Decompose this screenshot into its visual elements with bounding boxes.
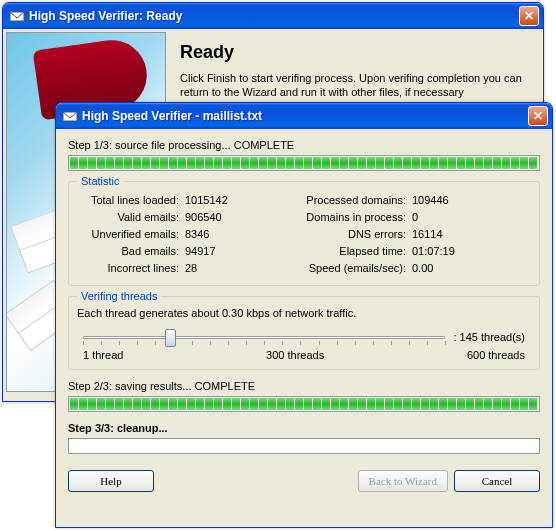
stat-value: 94917 <box>185 243 304 260</box>
step3-progress <box>68 438 540 454</box>
stat-label: Unverified emails: <box>77 226 185 243</box>
stat-value: 906540 <box>185 209 304 226</box>
stat-value: 16114 <box>412 226 531 243</box>
page-heading: Ready <box>180 42 526 63</box>
stat-value: 28 <box>185 260 304 277</box>
threads-value: : 145 thread(s) <box>453 331 525 343</box>
stat-label: Speed (emails/sec): <box>304 260 412 277</box>
stat-row: Total lines loaded:1015142 <box>77 192 304 209</box>
threads-group: Verifing threads Each thread generates a… <box>68 296 540 370</box>
close-button[interactable]: ✕ <box>528 106 548 126</box>
step2-progress <box>68 396 540 412</box>
stat-row: Elapsed time:01:07:19 <box>304 243 531 260</box>
close-icon: ✕ <box>524 9 534 23</box>
stat-row: Speed (emails/sec):0.00 <box>304 260 531 277</box>
step1-label: Step 1/3: source file processing... COMP… <box>68 139 540 151</box>
stat-row: Bad emails:94917 <box>77 243 304 260</box>
close-icon: ✕ <box>533 109 543 123</box>
threads-slider[interactable] <box>83 327 445 347</box>
back-to-wizard-button: Back to Wizard <box>358 470 448 492</box>
statistic-group: Statistic Total lines loaded:1015142Vali… <box>68 181 540 286</box>
close-button[interactable]: ✕ <box>519 6 539 26</box>
help-button[interactable]: Help <box>68 470 154 492</box>
window-title: High Speed Verifier: Ready <box>29 9 519 23</box>
progress-window: High Speed Verifier - maillist.txt ✕ Ste… <box>55 102 553 528</box>
threads-legend: Verifing threads <box>77 290 161 302</box>
stat-row: Valid emails:906540 <box>77 209 304 226</box>
step1-progress <box>68 155 540 171</box>
stat-value: 0.00 <box>412 260 531 277</box>
page-description: Click Finish to start verifing process. … <box>180 71 526 100</box>
stat-label: Valid emails: <box>77 209 185 226</box>
slider-min: 1 thread <box>83 349 123 361</box>
stat-label: Incorrect lines: <box>77 260 185 277</box>
stat-value: 0 <box>412 209 531 226</box>
stat-value: 1015142 <box>185 192 304 209</box>
stat-value: 109446 <box>412 192 531 209</box>
stat-label: Elapsed time: <box>304 243 412 260</box>
threads-info: Each thread generates about 0.30 kbps of… <box>77 307 531 319</box>
stat-label: Domains in process: <box>304 209 412 226</box>
cancel-button[interactable]: Cancel <box>454 470 540 492</box>
stat-value: 01:07:19 <box>412 243 531 260</box>
stat-row: DNS errors:16114 <box>304 226 531 243</box>
app-icon <box>9 8 25 24</box>
stat-label: Processed domains: <box>304 192 412 209</box>
app-icon <box>62 108 78 124</box>
stat-row: Unverified emails:8346 <box>77 226 304 243</box>
stat-label: Total lines loaded: <box>77 192 185 209</box>
step2-label: Step 2/3: saving results... COMPLETE <box>68 380 540 392</box>
stat-row: Processed domains:109446 <box>304 192 531 209</box>
slider-mid: 300 threads <box>266 349 324 361</box>
statistic-legend: Statistic <box>77 175 124 187</box>
slider-max: 600 threads <box>467 349 525 361</box>
stat-label: Bad emails: <box>77 243 185 260</box>
stat-row: Domains in process:0 <box>304 209 531 226</box>
stat-row: Incorrect lines:28 <box>77 260 304 277</box>
step3-label: Step 3/3: cleanup... <box>68 422 540 434</box>
window-title: High Speed Verifier - maillist.txt <box>82 109 528 123</box>
stat-label: DNS errors: <box>304 226 412 243</box>
stat-value: 8346 <box>185 226 304 243</box>
titlebar[interactable]: High Speed Verifier: Ready ✕ <box>3 3 543 29</box>
titlebar[interactable]: High Speed Verifier - maillist.txt ✕ <box>56 103 552 129</box>
